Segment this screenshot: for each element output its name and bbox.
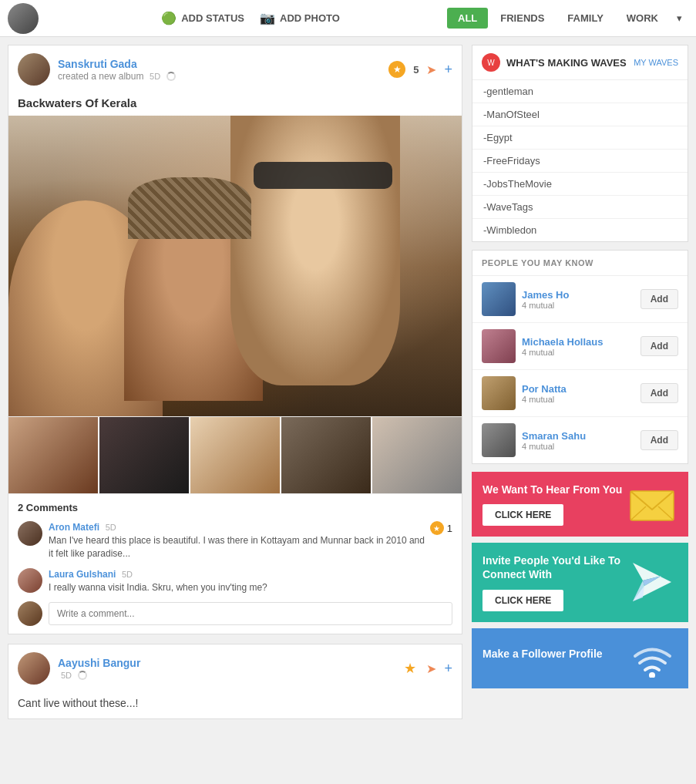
pymk-add-button-3[interactable]: Add xyxy=(641,430,678,450)
promo-2-icon-col xyxy=(625,559,679,605)
commenter-1-avatar[interactable] xyxy=(18,521,42,546)
status-icon: 🟢 xyxy=(161,11,177,25)
pymk-add-button-1[interactable]: Add xyxy=(641,336,678,356)
post2-share-icon[interactable]: ➤ xyxy=(426,661,436,676)
add-status-button[interactable]: 🟢 ADD STATUS xyxy=(161,11,244,25)
comment-star-icon: ★ xyxy=(430,521,444,535)
add-photo-button[interactable]: 📷 ADD PHOTO xyxy=(260,11,340,25)
post-author[interactable]: Sanskruti Gada xyxy=(58,58,381,70)
post-action-text: created a new album xyxy=(58,71,143,82)
promo-1-icon-col xyxy=(625,485,679,523)
promo-card-invite: Invite People You'd Like To Connect With… xyxy=(472,543,688,621)
promo-2-text-col: Invite People You'd Like To Connect With… xyxy=(482,554,625,611)
camera-icon: 📷 xyxy=(260,11,275,25)
add-post-icon[interactable]: + xyxy=(444,62,452,78)
promo-2-cta-button[interactable]: CLICK HERE xyxy=(482,590,563,611)
promo-1-title: We Want To Hear From You xyxy=(482,483,625,496)
top-nav: 🟢 ADD STATUS 📷 ADD PHOTO ALL FRIENDS FAM… xyxy=(0,0,696,37)
tab-family[interactable]: FAMILY xyxy=(556,8,614,29)
post2-time: 5D xyxy=(61,671,72,680)
thumbnail-3[interactable] xyxy=(190,417,281,493)
pymk-avatar-3 xyxy=(482,423,516,457)
post2-author[interactable]: Aayushi Bangur xyxy=(58,657,394,669)
pymk-name-2[interactable]: Por Natta xyxy=(522,383,634,395)
photo-figure-3 xyxy=(230,116,400,385)
wifi-icon xyxy=(631,639,674,678)
comments-count: 2 Comments xyxy=(18,502,452,513)
promo-3-title: Make a Follower Profile xyxy=(482,647,625,661)
tab-friends[interactable]: FRIENDS xyxy=(489,8,555,29)
thumbnail-2[interactable] xyxy=(99,417,190,493)
post2-author-avatar[interactable] xyxy=(18,652,50,685)
loading-spinner xyxy=(166,72,176,81)
current-user-avatar xyxy=(18,601,42,626)
promo-3-icon-col xyxy=(625,639,679,678)
commenter-2-avatar[interactable] xyxy=(18,568,42,593)
post-main-image[interactable] xyxy=(8,116,462,416)
post-time: 5D xyxy=(150,72,160,81)
waves-icon: W xyxy=(482,53,500,72)
post-card-2: Aayushi Bangur 5D ★ ➤ + Cant live withou… xyxy=(8,644,462,719)
wave-item-1[interactable]: -ManOfSteel xyxy=(472,103,688,126)
waves-title-row: W WHAT'S MAKING WAVES xyxy=(482,53,627,72)
nav-actions: 🟢 ADD STATUS 📷 ADD PHOTO xyxy=(54,11,447,25)
wave-item-5[interactable]: -WaveTags xyxy=(472,196,688,219)
svg-point-6 xyxy=(649,672,655,678)
comment-1-text: Man I've heard this place is beautiful. … xyxy=(49,534,452,560)
comment-2-body: Laura Gulshani 5D I really wanna visit I… xyxy=(49,568,452,594)
pymk-avatar-1 xyxy=(482,329,516,363)
pymk-add-button-0[interactable]: Add xyxy=(641,289,678,309)
pymk-name-1[interactable]: Michaela Hollaus xyxy=(522,336,634,348)
photo-sunglasses xyxy=(254,162,392,189)
pymk-mutual-2: 4 mutual xyxy=(522,395,634,404)
logo[interactable] xyxy=(8,3,39,34)
post2-header: Aayushi Bangur 5D ★ ➤ + xyxy=(8,644,462,692)
pymk-name-3[interactable]: Smaran Sahu xyxy=(522,430,634,442)
thumbnail-4[interactable] xyxy=(281,417,372,493)
post-action: created a new album 5D xyxy=(58,70,381,82)
commenter-1-name[interactable]: Aron Matefi xyxy=(49,522,99,533)
promo-1-cta-button[interactable]: CLICK HERE xyxy=(482,504,563,526)
svg-rect-0 xyxy=(630,491,674,520)
post-card-1: Sanskruti Gada created a new album 5D ★ … xyxy=(8,45,462,634)
wave-item-0[interactable]: -gentleman xyxy=(472,80,688,103)
post2-loading-spinner xyxy=(78,671,87,680)
comment-input[interactable] xyxy=(49,602,452,625)
waves-title: WHAT'S MAKING WAVES xyxy=(506,57,627,69)
tab-all[interactable]: ALL xyxy=(447,8,488,29)
post2-text: Cant live without these...! xyxy=(8,692,462,718)
pymk-person-2: Por Natta 4 mutual Add xyxy=(472,370,688,417)
tabs-more-arrow[interactable]: ▾ xyxy=(671,8,688,29)
pymk-person-1: Michaela Hollaus 4 mutual Add xyxy=(472,323,688,370)
comment-2: Laura Gulshani 5D I really wanna visit I… xyxy=(18,568,452,594)
commenter-1-time: 5D xyxy=(106,523,116,532)
sidebar: W WHAT'S MAKING WAVES MY WAVES -gentlema… xyxy=(469,37,696,736)
comment-1: Aron Matefi 5D ★ 1 Man I've heard this p… xyxy=(18,521,452,560)
post-header: Sanskruti Gada created a new album 5D ★ … xyxy=(8,45,462,93)
thumbnail-1[interactable] xyxy=(8,417,99,493)
paper-plane-icon xyxy=(629,559,675,605)
promo-1-text-col: We Want To Hear From You CLICK HERE xyxy=(482,483,625,526)
wave-item-6[interactable]: -Wimbledon xyxy=(472,219,688,241)
commenter-2-name[interactable]: Laura Gulshani xyxy=(49,569,116,580)
mail-icon xyxy=(629,485,675,523)
waves-card: W WHAT'S MAKING WAVES MY WAVES -gentlema… xyxy=(472,45,688,242)
share-icon[interactable]: ➤ xyxy=(426,62,436,77)
wave-item-3[interactable]: -FreeFridays xyxy=(472,150,688,173)
pymk-name-0[interactable]: James Ho xyxy=(522,289,634,301)
wave-item-4[interactable]: -JobsTheMovie xyxy=(472,173,688,196)
pymk-person-3: Smaran Sahu 4 mutual Add xyxy=(472,417,688,463)
thumbnail-5[interactable] xyxy=(372,417,462,493)
commenter-2-time: 5D xyxy=(122,570,133,579)
tab-work[interactable]: WORK xyxy=(616,8,669,29)
pymk-info-1: Michaela Hollaus 4 mutual xyxy=(522,336,634,357)
post2-add-icon[interactable]: + xyxy=(444,661,452,677)
author-avatar[interactable] xyxy=(18,53,50,86)
my-waves-link[interactable]: MY WAVES xyxy=(634,58,678,67)
pymk-avatar-2 xyxy=(482,376,516,410)
pymk-avatar-0 xyxy=(482,282,516,316)
pymk-add-button-2[interactable]: Add xyxy=(641,383,678,403)
pymk-info-2: Por Natta 4 mutual xyxy=(522,383,634,404)
svg-marker-4 xyxy=(633,580,644,601)
wave-item-2[interactable]: -Egypt xyxy=(472,126,688,150)
